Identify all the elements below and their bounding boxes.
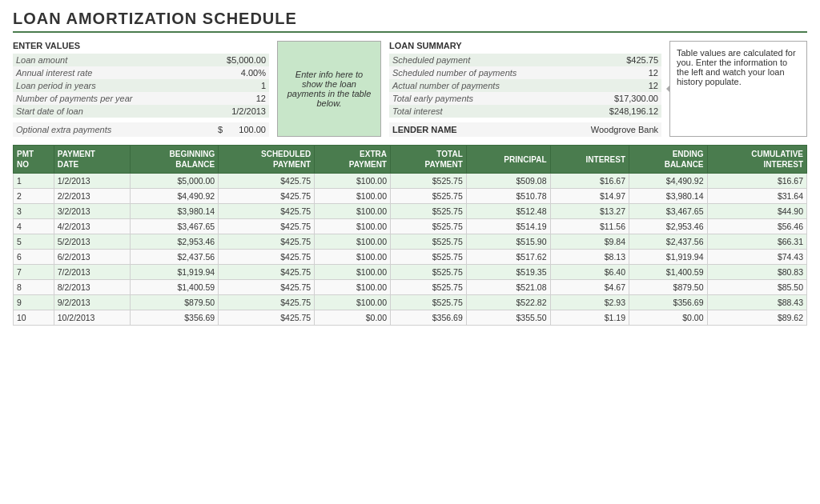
table-row: 1010/2/2013$356.69$425.75$0.00$356.69$35… (14, 310, 807, 326)
table-header: CUMULATIVEINTEREST (707, 146, 806, 174)
table-cell: $3,980.14 (629, 189, 708, 204)
table-cell: 8/2/2013 (54, 280, 130, 295)
table-cell: $510.78 (466, 189, 550, 204)
table-cell: $525.75 (390, 295, 466, 310)
table-row: 22/2/2013$4,490.92$425.75$100.00$525.75$… (14, 189, 807, 204)
table-cell: $100.00 (315, 219, 391, 234)
table-cell: $9.84 (550, 234, 629, 250)
ev-label: Number of payments per year (13, 92, 167, 105)
enter-values-table: Loan amount$5,000.00Annual interest rate… (13, 54, 269, 118)
extra-payments-row: Optional extra payments $ 100.00 (13, 122, 269, 137)
table-row: 44/2/2013$3,467.65$425.75$100.00$525.75$… (14, 219, 807, 234)
table-cell: $519.35 (466, 265, 550, 280)
info-box: Enter info here to show the loan payment… (277, 41, 381, 137)
table-cell: $2,953.46 (629, 219, 708, 234)
ev-value: 12 (167, 92, 269, 105)
lender-value: Woodgrove Bank (591, 125, 658, 134)
table-cell: $425.75 (219, 265, 315, 280)
table-cell: 3 (14, 204, 54, 219)
table-cell: $4.67 (550, 280, 629, 295)
loan-summary-row: Actual number of payments12 (389, 79, 661, 92)
table-cell: $525.75 (390, 189, 466, 204)
table-cell: $525.75 (390, 265, 466, 280)
table-cell: $425.75 (219, 295, 315, 310)
table-cell: $425.75 (219, 310, 315, 326)
table-cell: $525.75 (390, 219, 466, 234)
loan-summary-section: LOAN SUMMARY Scheduled payment$425.75Sch… (389, 41, 661, 137)
table-cell: $879.50 (130, 295, 219, 310)
table-cell: $100.00 (315, 265, 391, 280)
ev-value: 1 (167, 79, 269, 92)
table-cell: $66.31 (707, 234, 806, 250)
table-cell: $425.75 (219, 204, 315, 219)
table-cell: 9/2/2013 (54, 295, 130, 310)
table-cell: $425.75 (219, 174, 315, 189)
page-title: LOAN AMORTIZATION SCHEDULE (13, 10, 807, 33)
table-cell: $525.75 (390, 204, 466, 219)
lender-row: LENDER NAME Woodgrove Bank (389, 122, 661, 137)
table-cell: $514.19 (466, 219, 550, 234)
table-cell: 6 (14, 250, 54, 265)
table-cell: $3,467.65 (130, 219, 219, 234)
table-cell: $1,919.94 (130, 265, 219, 280)
loan-summary-row: Scheduled payment$425.75 (389, 54, 661, 66)
ls-value: $248,196.12 (553, 105, 661, 118)
table-cell: $89.62 (707, 310, 806, 326)
table-cell: $525.75 (390, 174, 466, 189)
table-cell: 5 (14, 234, 54, 250)
ev-label: Start date of loan (13, 105, 167, 118)
table-cell: $80.83 (707, 265, 806, 280)
table-cell: $0.00 (315, 310, 391, 326)
ls-label: Scheduled number of payments (389, 66, 553, 79)
table-cell: $85.50 (707, 280, 806, 295)
ev-value: $5,000.00 (167, 54, 269, 66)
loan-summary-row: Scheduled number of payments12 (389, 66, 661, 79)
table-cell: $512.48 (466, 204, 550, 219)
table-cell: $356.69 (390, 310, 466, 326)
enter-values-row: Loan period in years1 (13, 79, 269, 92)
table-cell: $1,400.59 (130, 280, 219, 295)
table-cell: $16.67 (550, 174, 629, 189)
ls-label: Total early payments (389, 92, 553, 105)
table-cell: 9 (14, 295, 54, 310)
table-cell: $11.56 (550, 219, 629, 234)
ls-label: Total interest (389, 105, 553, 118)
table-cell: $425.75 (219, 219, 315, 234)
table-cell: $100.00 (315, 295, 391, 310)
ev-value: 4.00% (167, 66, 269, 79)
table-cell: 3/2/2013 (54, 204, 130, 219)
table-cell: $8.13 (550, 250, 629, 265)
table-cell: $525.75 (390, 234, 466, 250)
table-cell: $1,919.94 (629, 250, 708, 265)
table-cell: $879.50 (629, 280, 708, 295)
ls-value: $17,300.00 (553, 92, 661, 105)
table-cell: $16.67 (707, 174, 806, 189)
loan-summary-row: Total interest$248,196.12 (389, 105, 661, 118)
tip-box: Table values are calculated for you. Ent… (669, 41, 807, 137)
ev-label: Loan period in years (13, 79, 167, 92)
table-header: ENDINGBALANCE (629, 146, 708, 174)
table-cell: 4 (14, 219, 54, 234)
table-header: PAYMENTDATE (54, 146, 130, 174)
loan-summary-table: Scheduled payment$425.75Scheduled number… (389, 54, 661, 118)
extra-payments-value: 100.00 (226, 125, 266, 134)
table-cell: 8 (14, 280, 54, 295)
table-cell: $14.97 (550, 189, 629, 204)
table-row: 88/2/2013$1,400.59$425.75$100.00$525.75$… (14, 280, 807, 295)
table-row: 11/2/2013$5,000.00$425.75$100.00$525.75$… (14, 174, 807, 189)
table-cell: $356.69 (629, 295, 708, 310)
table-cell: $2,437.56 (629, 234, 708, 250)
table-cell: $522.82 (466, 295, 550, 310)
table-cell: $74.43 (707, 250, 806, 265)
table-cell: $2,437.56 (130, 250, 219, 265)
table-cell: 10 (14, 310, 54, 326)
table-cell: 7/2/2013 (54, 265, 130, 280)
table-cell: $1,400.59 (629, 265, 708, 280)
table-cell: $100.00 (315, 204, 391, 219)
table-cell: $4,490.92 (130, 189, 219, 204)
table-cell: $3,980.14 (130, 204, 219, 219)
table-cell: $88.43 (707, 295, 806, 310)
table-row: 33/2/2013$3,980.14$425.75$100.00$525.75$… (14, 204, 807, 219)
table-cell: $515.90 (466, 234, 550, 250)
table-cell: $5,000.00 (130, 174, 219, 189)
